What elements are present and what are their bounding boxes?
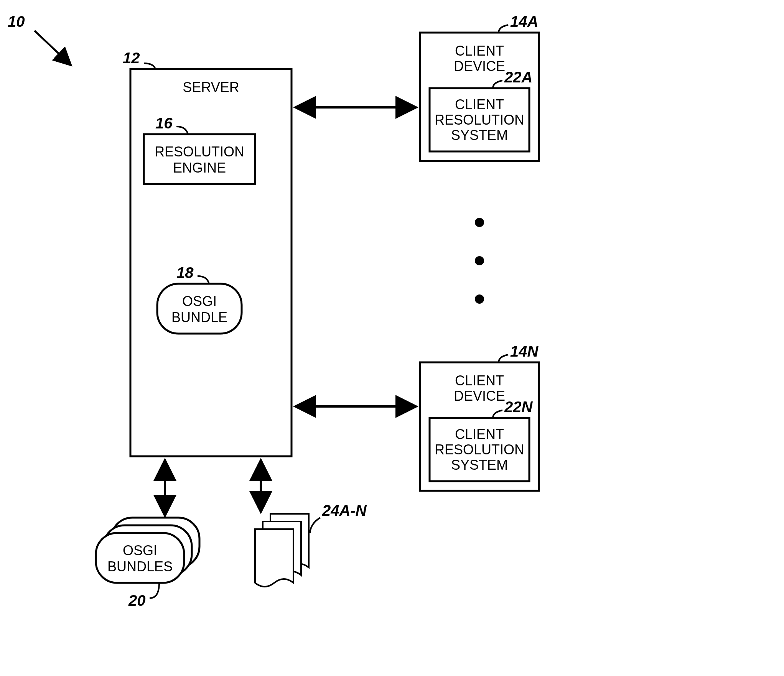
svg-line-0: [35, 31, 71, 65]
crs-a-l1: CLIENT: [455, 97, 504, 112]
system-ref: 10: [8, 13, 25, 30]
crs-n-l1: CLIENT: [455, 426, 504, 442]
svg-point-11: [475, 294, 484, 304]
docs-ref: 24A-N: [322, 502, 367, 519]
osgi-bundle-ref: 18: [176, 264, 194, 281]
client-a-t2: DEVICE: [454, 58, 505, 74]
osgi-bundle-l2: BUNDLE: [171, 309, 227, 325]
client-a-t1: CLIENT: [455, 43, 504, 59]
client-n-t1: CLIENT: [455, 373, 504, 388]
client-n-t2: DEVICE: [454, 388, 505, 404]
osgi-bundles-l1: OSGI: [123, 543, 157, 558]
client-a-ref: 14A: [510, 13, 538, 30]
osgi-bundles-ref: 20: [128, 592, 146, 609]
resolution-engine-ref: 16: [155, 115, 173, 132]
client-n-ref: 14N: [510, 343, 539, 360]
ellipsis-dots: [475, 218, 484, 304]
crs-a-l2: RESOLUTION: [435, 112, 524, 128]
crs-n-l2: RESOLUTION: [435, 442, 524, 457]
server-title: SERVER: [183, 79, 239, 95]
crs-n-l3: SYSTEM: [451, 457, 508, 473]
osgi-bundle-l1: OSGI: [182, 293, 217, 309]
server-ref: 12: [123, 49, 140, 66]
crs-a-ref: 22A: [504, 69, 532, 86]
svg-point-9: [475, 218, 484, 227]
crs-n-ref: 22N: [504, 398, 533, 415]
osgi-bundles-l2: BUNDLES: [107, 559, 173, 574]
osgi-bundles-stack: OSGI BUNDLES 20: [96, 518, 199, 609]
svg-point-10: [475, 256, 484, 265]
client-device-a: CLIENT DEVICE 14A CLIENT RESOLUTION SYST…: [420, 13, 539, 161]
resolution-engine-l1: RESOLUTION: [155, 144, 244, 160]
documents-stack: 24A-N: [255, 502, 367, 587]
system-ref-arrow: 10: [8, 13, 71, 65]
client-device-n: CLIENT DEVICE 14N CLIENT RESOLUTION SYST…: [420, 343, 539, 491]
crs-a-l3: SYSTEM: [451, 127, 508, 143]
server-box: SERVER 12: [123, 49, 292, 456]
resolution-engine-l2: ENGINE: [173, 160, 226, 176]
svg-rect-1: [130, 69, 292, 456]
